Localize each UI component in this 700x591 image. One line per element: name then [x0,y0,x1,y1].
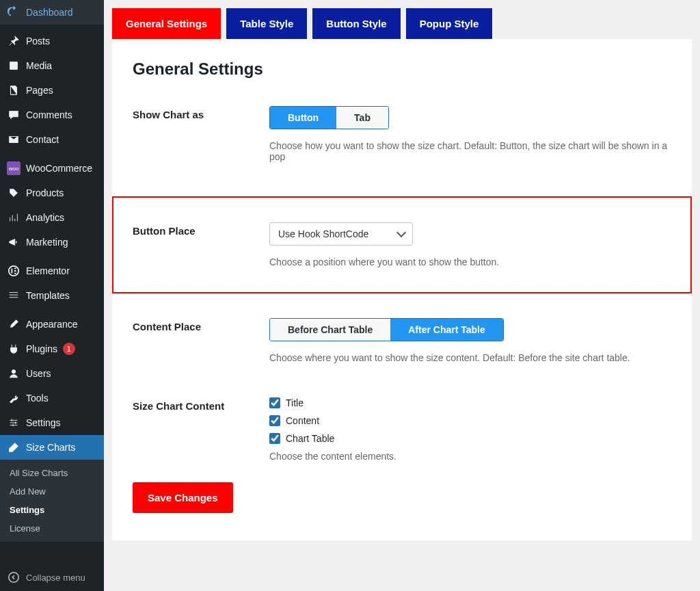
checkbox-label: Content [286,415,319,426]
brush-icon [7,317,21,331]
sidebar-item-analytics[interactable]: Analytics [0,205,104,230]
field-button-place: Button Place Use Hook ShortCode Choose a… [112,196,692,293]
sidebar-item-label: Settings [26,417,61,428]
ruler-icon [7,441,21,454]
plugins-update-badge: 1 [63,343,75,355]
sidebar-item-plugins[interactable]: Plugins 1 [0,337,104,361]
sidebar-item-pages[interactable]: Pages [0,78,104,103]
field-description: Choose where you want to show the size c… [269,352,671,363]
comments-icon [7,108,21,122]
field-label: Content Place [133,318,269,332]
sidebar-item-tools[interactable]: Tools [0,386,104,410]
field-description: Choose the content elements. [269,451,671,462]
svg-point-0 [9,266,18,276]
sidebar-item-label: Elementor [26,265,70,276]
sidebar-item-media[interactable]: Media [0,53,104,78]
content-place-before-option[interactable]: Before Chart Table [270,319,390,341]
checkbox-title[interactable] [269,397,280,408]
sidebar-item-woocommerce[interactable]: woo WooCommerce [0,156,104,181]
wrench-icon [7,391,21,405]
field-label: Size Chart Content [133,397,269,412]
megaphone-icon [7,235,21,249]
sidebar-item-label: Marketing [26,237,68,248]
submenu-settings[interactable]: Settings [0,501,104,519]
field-show-chart-as: Show Chart as Button Tab Choose how you … [133,106,671,162]
checkbox-row-chart-table[interactable]: Chart Table [269,433,671,444]
field-label: Button Place [133,222,269,237]
users-icon [7,367,21,380]
tab-table-style[interactable]: Table Style [226,8,307,39]
submenu-add-new[interactable]: Add New [0,482,104,501]
checkbox-content[interactable] [269,415,280,426]
sidebar-submenu: All Size Charts Add New Settings License [0,460,104,542]
collapse-label: Collapse menu [26,573,85,583]
mail-icon [7,133,21,146]
submenu-license[interactable]: License [0,519,104,538]
sidebar-item-elementor[interactable]: Elementor [0,259,104,283]
field-size-chart-content: Size Chart Content Title Content Chart T… [133,397,671,462]
sidebar-item-contact[interactable]: Contact [0,127,104,152]
sidebar-item-appearance[interactable]: Appearance [0,312,104,337]
elementor-icon [7,264,21,278]
tab-button-style[interactable]: Button Style [312,8,400,39]
sidebar-item-label: Pages [26,85,53,96]
checkbox-row-content[interactable]: Content [269,415,671,426]
sidebar-item-label: Appearance [26,319,78,330]
media-icon [7,59,21,73]
collapse-icon [7,570,21,584]
woo-icon: woo [7,161,21,175]
tab-popup-style[interactable]: Popup Style [406,8,493,39]
settings-tabs: General Settings Table Style Button Styl… [104,0,700,39]
field-description: Choose a position where you want to show… [269,257,671,267]
collapse-menu[interactable]: Collapse menu [0,564,104,591]
sidebar-item-label: Analytics [26,212,64,223]
sidebar-item-products[interactable]: Products [0,181,104,205]
sidebar-item-marketing[interactable]: Marketing [0,230,104,254]
show-chart-tab-option[interactable]: Tab [336,107,388,129]
sidebar-item-comments[interactable]: Comments [0,103,104,127]
field-description: Choose how you want to show the size cha… [269,140,671,162]
sidebar-item-templates[interactable]: Templates [0,283,104,308]
content-place-after-option[interactable]: After Chart Table [390,319,503,341]
save-changes-button[interactable]: Save Changes [133,482,233,513]
sidebar-item-label: Contact [26,134,59,145]
sidebar-item-label: Templates [26,290,70,301]
main-content: General Settings Table Style Button Styl… [104,0,700,591]
analytics-icon [7,211,21,224]
sidebar-item-label: WooCommerce [26,163,92,174]
products-icon [7,186,21,200]
sidebar-item-settings[interactable]: Settings [0,410,104,435]
sliders-icon [7,416,21,430]
svg-point-1 [12,370,15,373]
checkbox-label: Chart Table [286,433,334,444]
sidebar-item-label: Tools [26,393,49,404]
checkbox-label: Title [286,397,304,408]
sidebar-item-label: Comments [26,109,72,120]
sidebar-item-label: Products [26,187,64,198]
admin-sidebar: Dashboard Posts Media Pages Comments Con… [0,0,104,591]
checkbox-row-title[interactable]: Title [269,397,671,408]
plugin-icon [7,342,21,356]
sidebar-item-label: Dashboard [26,7,73,18]
tab-general-settings[interactable]: General Settings [112,8,221,39]
pages-icon [7,83,21,97]
field-label: Show Chart as [133,106,269,120]
sidebar-item-label: Plugins [26,343,57,354]
sidebar-item-label: Media [26,60,52,71]
sidebar-item-size-charts[interactable]: Size Charts [0,435,104,460]
checkbox-chart-table[interactable] [269,433,280,444]
dashboard-icon [7,5,21,19]
pin-icon [7,34,21,48]
sidebar-item-dashboard[interactable]: Dashboard [0,0,104,25]
field-content-place: Content Place Before Chart Table After C… [133,318,671,363]
sidebar-item-users[interactable]: Users [0,361,104,386]
svg-point-2 [9,573,18,582]
sidebar-item-label: Posts [26,36,50,47]
settings-panel: General Settings Show Chart as Button Ta… [112,39,692,540]
show-chart-button-option[interactable]: Button [270,107,336,129]
page-title: General Settings [133,60,671,79]
submenu-all-size-charts[interactable]: All Size Charts [0,464,104,482]
button-place-select[interactable]: Use Hook ShortCode [269,222,413,246]
sidebar-item-posts[interactable]: Posts [0,29,104,53]
sidebar-item-label: Size Charts [26,442,75,453]
